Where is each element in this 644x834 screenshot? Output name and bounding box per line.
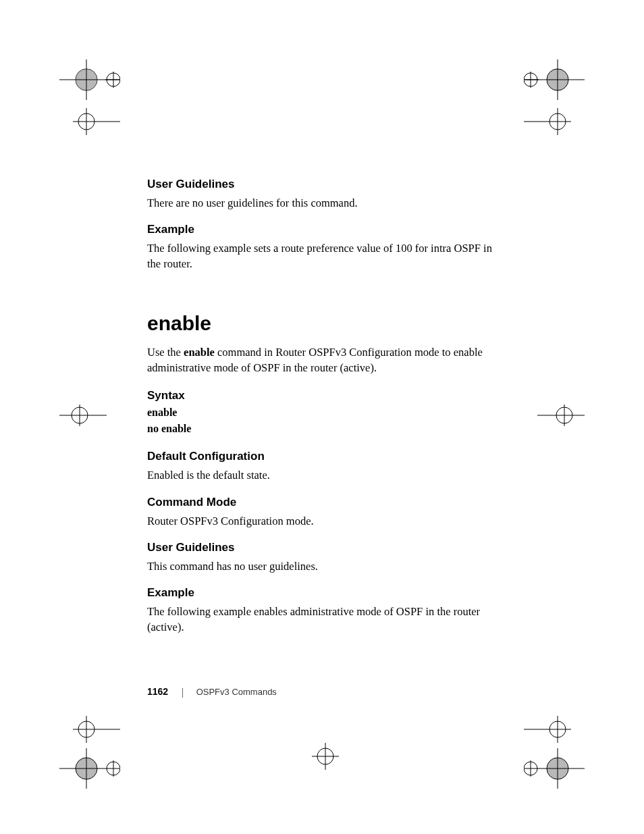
syntax-line-2: no enable: [147, 423, 498, 435]
default-config-text: Enabled is the default state.: [147, 467, 498, 483]
footer-separator: [182, 688, 183, 698]
registration-mark-icon: [53, 101, 120, 142]
registration-mark-icon: [53, 709, 120, 750]
registration-mark-icon: [53, 402, 107, 429]
registration-mark-icon: [524, 101, 591, 142]
example-heading-1: Example: [147, 223, 498, 236]
page-content: User Guidelines There are no user guidel…: [147, 178, 498, 647]
registration-mark-icon: [53, 59, 120, 100]
user-guidelines-text-2: This command has no user guidelines.: [147, 558, 498, 574]
command-title: enable: [147, 312, 498, 335]
page-number: 1162: [147, 686, 168, 697]
footer-chapter-title: OSPFv3 Commands: [196, 687, 277, 697]
user-guidelines-text-1: There are no user guidelines for this co…: [147, 195, 498, 211]
default-config-section: Default Configuration Enabled is the def…: [147, 450, 498, 483]
registration-mark-icon: [524, 748, 591, 789]
registration-mark-icon: [524, 709, 591, 750]
user-guidelines-section-2: User Guidelines This command has no user…: [147, 541, 498, 574]
user-guidelines-heading-2: User Guidelines: [147, 541, 498, 554]
command-intro: Use the enable command in Router OSPFv3 …: [147, 344, 498, 375]
command-mode-heading: Command Mode: [147, 496, 498, 509]
syntax-section: Syntax enable no enable: [147, 389, 498, 435]
example-text-1: The following example sets a route prefe…: [147, 240, 498, 271]
example-section-2: Example The following example enables ad…: [147, 586, 498, 635]
command-mode-text: Router OSPFv3 Configuration mode.: [147, 513, 498, 529]
default-config-heading: Default Configuration: [147, 450, 498, 463]
example-heading-2: Example: [147, 586, 498, 600]
registration-mark-icon: [305, 736, 346, 777]
syntax-heading: Syntax: [147, 389, 498, 402]
intro-bold: enable: [184, 346, 215, 359]
example-section-1: Example The following example sets a rou…: [147, 223, 498, 271]
example-text-2: The following example enables administra…: [147, 604, 498, 635]
registration-mark-icon: [524, 59, 591, 100]
user-guidelines-section-1: User Guidelines There are no user guidel…: [147, 178, 498, 211]
registration-mark-icon: [53, 748, 120, 789]
registration-mark-icon: [537, 402, 591, 429]
page-footer: 1162 OSPFv3 Commands: [147, 686, 277, 698]
user-guidelines-heading-1: User Guidelines: [147, 178, 498, 191]
intro-prefix: Use the: [147, 346, 184, 359]
command-mode-section: Command Mode Router OSPFv3 Configuration…: [147, 496, 498, 529]
syntax-line-1: enable: [147, 407, 498, 419]
